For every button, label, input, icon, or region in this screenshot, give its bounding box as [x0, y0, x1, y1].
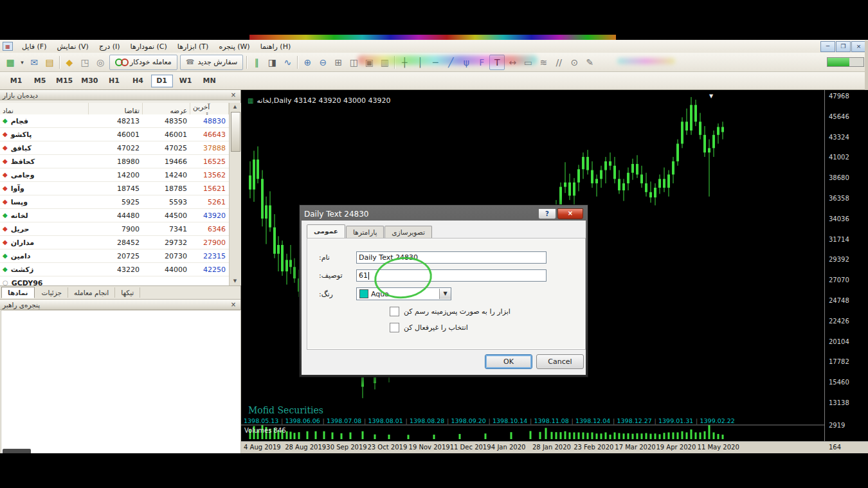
profiles-icon[interactable]: ✉	[26, 55, 42, 70]
window-minimize-button[interactable]: ─	[820, 41, 835, 52]
menu-charts[interactable]: نمودارها (C)	[125, 41, 172, 52]
ok-button[interactable]: OK	[485, 354, 532, 369]
table-row[interactable]: ◆حریل790073416346	[0, 222, 229, 236]
symbol-name: زکشت	[11, 266, 34, 274]
down-diamond-icon: ◆	[3, 239, 8, 246]
dialog-help-button[interactable]: ?	[538, 208, 556, 219]
price-axis[interactable]: 4796845646433244100238680363583403631714…	[824, 90, 868, 441]
tab-جزئیات[interactable]: جزئیات	[36, 287, 68, 298]
dialog-titlebar[interactable]: Daily Text 24830 ? ×	[302, 207, 586, 221]
table-row[interactable]: ◆زکشت432204400042250	[0, 263, 229, 276]
symbol-cell: ◆وآوا	[0, 185, 89, 193]
line-chart-icon[interactable]: ∿	[280, 55, 295, 70]
menu-view[interactable]: نمایش (V)	[51, 41, 93, 52]
background-draw-checkbox[interactable]	[390, 307, 399, 316]
table-row[interactable]: ◆دامین207252073022315	[0, 249, 229, 263]
symbol-name: فجام	[11, 117, 28, 125]
volume-scale-bottom: 164	[829, 444, 841, 451]
color-dropdown[interactable]: Aqua ▼	[356, 287, 451, 300]
timeframe-w1[interactable]: W1	[175, 75, 197, 87]
table-row[interactable]: ◆وجامی142001424013562	[0, 168, 229, 182]
navigator-icon[interactable]: ◎	[93, 55, 108, 70]
menu-window[interactable]: پنجره (W)	[213, 41, 255, 52]
zoom-in-icon[interactable]: ⊕	[300, 55, 315, 70]
window-close-button[interactable]: ×	[851, 41, 866, 52]
date-axis[interactable]: 4 Aug 201928 Aug 201930 Sep 201923 Oct 2…	[241, 441, 868, 453]
dialog-close-button[interactable]: ×	[557, 208, 583, 219]
tile-windows-icon[interactable]: ⊞	[330, 55, 346, 70]
table-row[interactable]: ◆کحافظ189801946616525	[0, 155, 229, 168]
persian-date-label: 1398.08.01	[368, 417, 406, 424]
scrollbar-thumb[interactable]	[231, 112, 240, 152]
left-panel: دیده‌بان بازار × نمادتقاضاعرضهآخرین قیمت…	[0, 90, 241, 453]
dialog-tab-پارامترها[interactable]: پارامترها	[346, 226, 384, 239]
callout-icon[interactable]: ✎	[582, 55, 597, 70]
table-row[interactable]: ◆لخانه444804450043920	[0, 209, 229, 222]
price-label: 45646	[829, 113, 849, 120]
tab-انجام معامله[interactable]: انجام معامله	[68, 287, 115, 298]
market-watch-close-icon[interactable]: ×	[229, 91, 238, 98]
menu-help[interactable]: راهنما (H)	[255, 41, 296, 52]
bid-cell: 47022	[89, 144, 143, 152]
symbol-name: کحافظ	[11, 158, 35, 166]
zigzag-icon[interactable]: ≋	[536, 55, 551, 70]
timeframe-mn[interactable]: MN	[199, 75, 221, 87]
navigator-close-icon[interactable]: ×	[229, 301, 238, 308]
auto-trading-button[interactable]: معامله خودکار	[109, 55, 177, 70]
zoom-out-icon[interactable]: ⊖	[315, 55, 330, 70]
history-center-icon[interactable]: ▤	[42, 55, 57, 70]
bar-chart-icon[interactable]: ∥	[249, 55, 264, 70]
timeframe-m15[interactable]: M15	[53, 75, 76, 87]
symbol-cell: ◆زکشت	[0, 266, 89, 274]
tab-تیکها[interactable]: تیکها	[115, 287, 140, 298]
table-row[interactable]: ◆پاکشو460014600146643	[0, 128, 229, 141]
cancel-button[interactable]: Cancel	[536, 354, 584, 369]
menu-tools[interactable]: ابزارها (T)	[172, 41, 214, 52]
navigator-title: پنجره‌ی راهبر	[3, 301, 40, 309]
dialog-tabs: عمومیپارامترهاتصویرسازی	[307, 226, 433, 239]
menu-file[interactable]: فایل (F)	[17, 41, 51, 52]
price-label: 34036	[829, 215, 849, 222]
menu-insert[interactable]: درج (I)	[94, 41, 125, 52]
description-field[interactable]: 61	[356, 269, 547, 282]
toolbar-separator	[246, 56, 247, 69]
symbol-name: مداران	[11, 239, 34, 247]
new-order-button[interactable]: ☎سفارش جدید	[180, 55, 243, 70]
name-field[interactable]: Daily Text 24830	[356, 251, 547, 264]
data-window-icon[interactable]: ◳	[77, 55, 93, 70]
timeframe-h1[interactable]: H1	[104, 75, 125, 87]
market-watch-scrollbar[interactable]: ▲ ▼	[229, 103, 241, 285]
tab-نمادها[interactable]: نمادها	[1, 287, 35, 298]
timeframe-m5[interactable]: M5	[29, 75, 51, 87]
new-chart-icon[interactable]: ▦	[3, 55, 18, 70]
table-row[interactable]: ◆وپسا592555935261	[0, 195, 229, 209]
timeframe-m30[interactable]: M30	[78, 75, 101, 87]
timeframe-h4[interactable]: H4	[127, 75, 149, 87]
panel-resize-stub[interactable]	[3, 449, 31, 453]
candlestick-chart-icon[interactable]: ◨	[264, 55, 280, 70]
table-row[interactable]: ◆وآوا187451878515621	[0, 182, 229, 195]
last-cell: 13562	[190, 171, 229, 179]
parallel-channel-icon[interactable]: //	[551, 55, 566, 70]
table-row[interactable]: ◆فجام482134835048830	[0, 114, 229, 128]
window-restore-button[interactable]: ❐	[836, 41, 851, 52]
dropdown-arrow-icon[interactable]: ▼	[439, 289, 451, 299]
disable-selection-checkbox[interactable]	[390, 323, 399, 332]
timeframe-m1[interactable]: M1	[5, 75, 27, 87]
dialog-tab-تصویرسازی[interactable]: تصویرسازی	[384, 226, 431, 239]
price-label: 13138	[829, 399, 849, 406]
new-chart-dropdown-icon[interactable]: ▾	[18, 55, 26, 70]
persian-date-label: 1398.12.04	[575, 417, 613, 424]
scroll-down-icon[interactable]: ▼	[230, 277, 240, 285]
price-label: 31714	[829, 236, 849, 243]
table-row[interactable]: ◆مداران284522973227900	[0, 236, 229, 249]
dialog-tab-عمومی[interactable]: عمومی	[307, 224, 345, 238]
market-watch-icon[interactable]: ◆	[62, 55, 77, 70]
timeframe-d1[interactable]: D1	[151, 75, 173, 87]
bid-cell: 14200	[89, 171, 143, 179]
scroll-up-icon[interactable]: ▲	[230, 103, 240, 111]
color-value: Aqua	[371, 290, 389, 298]
magnifier-icon[interactable]: ⊙	[566, 55, 582, 70]
table-row[interactable]: ◆کبافق470224702537888	[0, 141, 229, 155]
ask-cell: 14240	[143, 171, 190, 179]
